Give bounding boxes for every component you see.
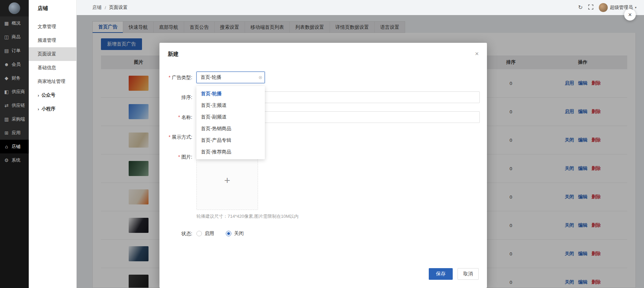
chevron-right-icon: ›	[38, 107, 39, 112]
field-row-image: 图片: + 轮播建议尺寸：714*420像素,图片需限制在10M以内	[159, 151, 487, 220]
modal-footer: 保存 取消	[159, 268, 487, 288]
menu-item-channel-management[interactable]: 频道管理	[29, 34, 76, 47]
field-row-status: 状态: 启用 关闭	[159, 228, 487, 239]
sidebar-item-label: 供应链	[12, 102, 25, 109]
menu-item-page-settings[interactable]: 页面设置	[29, 47, 76, 61]
chevron-right-icon: ›	[38, 93, 39, 98]
sidebar-item-apps[interactable]: ⊞应用	[0, 126, 29, 140]
plus-icon: +	[224, 175, 230, 186]
status-radio-group: 启用 关闭	[196, 228, 244, 239]
image-upload-box[interactable]: +	[196, 151, 258, 210]
members-icon: ☻	[4, 62, 9, 67]
save-button[interactable]: 保存	[429, 268, 453, 280]
menu-item-label: 小程序	[41, 106, 55, 112]
sidebar-item-procurement[interactable]: ▥采购端	[0, 112, 29, 126]
page-close-button[interactable]: ×	[624, 9, 636, 21]
sidebar-item-label: 订单	[12, 48, 21, 54]
app-window: ▦概况 ◫商品 ▤订单 ☻会员 ◆财务 ◧供应商 ⇄供应链 ▥采购端 ⊞应用 ⌂…	[0, 0, 644, 288]
secondary-sidebar-title: 店铺	[29, 0, 76, 16]
modal-title: 新建	[168, 50, 179, 58]
sidebar-item-goods[interactable]: ◫商品	[0, 30, 29, 44]
breadcrumb-root[interactable]: 店铺	[92, 4, 102, 11]
breadcrumb-current: 页面设置	[109, 4, 128, 11]
sidebar-item-label: 商品	[12, 34, 21, 40]
new-ad-modal: 新建 × 广告类型: 首页-轮播 ⊗ 首页-轮播 首页-主频道 首页-副频道 首…	[159, 43, 487, 288]
sidebar-item-members[interactable]: ☻会员	[0, 58, 29, 71]
goods-icon: ◫	[4, 34, 9, 40]
procurement-icon: ▥	[4, 116, 9, 122]
system-icon: ⚙	[4, 158, 9, 163]
sidebar-item-finance[interactable]: ◆财务	[0, 71, 29, 85]
dropdown-option-home-carousel[interactable]: 首页-轮播	[196, 88, 265, 99]
modal-header: 新建 ×	[159, 43, 487, 58]
sidebar-item-label: 应用	[12, 130, 21, 136]
radio-unchecked-icon	[196, 231, 202, 236]
user-avatar	[599, 3, 608, 12]
radio-checked-icon	[226, 231, 231, 236]
sidebar-item-label: 店铺	[12, 143, 21, 150]
dropdown-option-home-recommended[interactable]: 首页-推荐商品	[196, 146, 265, 158]
status-label: 状态:	[159, 228, 196, 239]
menu-item-label: 公众号	[41, 92, 55, 98]
sidebar-item-system[interactable]: ⚙系统	[0, 153, 29, 167]
sidebar-item-label: 供应商	[12, 89, 25, 95]
chevron-down-icon: ▾	[635, 6, 636, 9]
sidebar-item-label: 采购端	[12, 116, 25, 122]
primary-sidebar: ▦概况 ◫商品 ▤订单 ☻会员 ◆财务 ◧供应商 ⇄供应链 ▥采购端 ⊞应用 ⌂…	[0, 0, 29, 288]
refresh-icon[interactable]: ↻	[578, 5, 583, 10]
ad-type-select[interactable]: 首页-轮播	[196, 72, 265, 83]
finance-icon: ◆	[4, 75, 9, 81]
menu-item-article-management[interactable]: 文章管理	[29, 20, 76, 34]
field-row-ad-type: 广告类型: 首页-轮播 ⊗ 首页-轮播 首页-主频道 首页-副频道 首页-热销商…	[159, 72, 487, 83]
menu-item-label: 文章管理	[38, 24, 56, 30]
primary-sidebar-bottom: ⌂店铺 ⚙系统	[0, 140, 29, 288]
ad-type-select-wrap: 首页-轮播 ⊗ 首页-轮播 首页-主频道 首页-副频道 首页-热销商品 首页-产…	[196, 72, 265, 83]
secondary-sidebar: 店铺 文章管理 频道管理 页面设置 基础信息 商家地址管理 ›公众号 ›小程序	[29, 0, 77, 288]
workspace-avatar[interactable]	[9, 2, 20, 14]
topbar: 店铺 / 页面设置 ↻ 超级管理员 ▾	[77, 0, 644, 15]
menu-item-label: 频道管理	[38, 37, 56, 43]
supply-chain-icon: ⇄	[4, 103, 9, 108]
sidebar-item-label: 概况	[12, 20, 21, 26]
overview-icon: ▦	[4, 21, 9, 26]
dropdown-option-home-main-channel[interactable]: 首页-主频道	[196, 99, 265, 111]
fullscreen-icon[interactable]	[588, 4, 593, 11]
ad-type-label: 广告类型:	[159, 72, 196, 83]
close-icon[interactable]: ×	[475, 50, 479, 57]
dropdown-option-home-product-album[interactable]: 首页-产品专辑	[196, 134, 265, 146]
supplier-icon: ◧	[4, 89, 9, 95]
radio-close[interactable]: 关闭	[226, 230, 244, 237]
close-icon: ×	[628, 11, 632, 18]
breadcrumb-separator: /	[105, 5, 106, 10]
menu-item-label: 页面设置	[38, 51, 56, 57]
secondary-sidebar-items: 文章管理 频道管理 页面设置 基础信息 商家地址管理 ›公众号 ›小程序	[29, 20, 76, 116]
sidebar-item-overview[interactable]: ▦概况	[0, 16, 29, 30]
dropdown-option-home-sub-channel[interactable]: 首页-副频道	[196, 111, 265, 123]
image-size-hint: 轮播建议尺寸：714*420像素,图片需限制在10M以内	[196, 213, 298, 220]
sidebar-item-label: 财务	[12, 75, 21, 81]
menu-item-label: 商家地址管理	[38, 78, 65, 85]
menu-item-merchant-address[interactable]: 商家地址管理	[29, 75, 76, 88]
menu-item-label: 基础信息	[38, 65, 56, 71]
ad-type-dropdown: 首页-轮播 首页-主频道 首页-副频道 首页-热销商品 首页-产品专辑 首页-推…	[196, 86, 265, 159]
menu-item-official-account[interactable]: ›公众号	[29, 88, 76, 102]
radio-label: 启用	[205, 230, 214, 237]
display-mode-label: 展示方式:	[159, 131, 196, 143]
sidebar-item-supply-chain[interactable]: ⇄供应链	[0, 99, 29, 112]
cancel-button[interactable]: 取消	[458, 268, 479, 280]
sidebar-item-shop[interactable]: ⌂店铺	[0, 140, 29, 153]
radio-label: 关闭	[234, 230, 244, 237]
sidebar-item-supplier[interactable]: ◧供应商	[0, 85, 29, 99]
orders-icon: ▤	[4, 48, 9, 53]
clear-icon[interactable]: ⊗	[258, 75, 262, 80]
workspace-avatar-wrap	[0, 0, 29, 16]
apps-icon: ⊞	[4, 130, 9, 136]
sidebar-item-orders[interactable]: ▤订单	[0, 44, 29, 58]
menu-item-basic-info[interactable]: 基础信息	[29, 61, 76, 75]
sort-label: 排序:	[159, 91, 196, 103]
sidebar-item-label: 系统	[12, 157, 21, 163]
menu-item-mini-program[interactable]: ›小程序	[29, 102, 76, 116]
dropdown-option-home-hot-goods[interactable]: 首页-热销商品	[196, 123, 265, 134]
radio-enable[interactable]: 启用	[196, 230, 214, 237]
shop-icon: ⌂	[4, 144, 9, 149]
